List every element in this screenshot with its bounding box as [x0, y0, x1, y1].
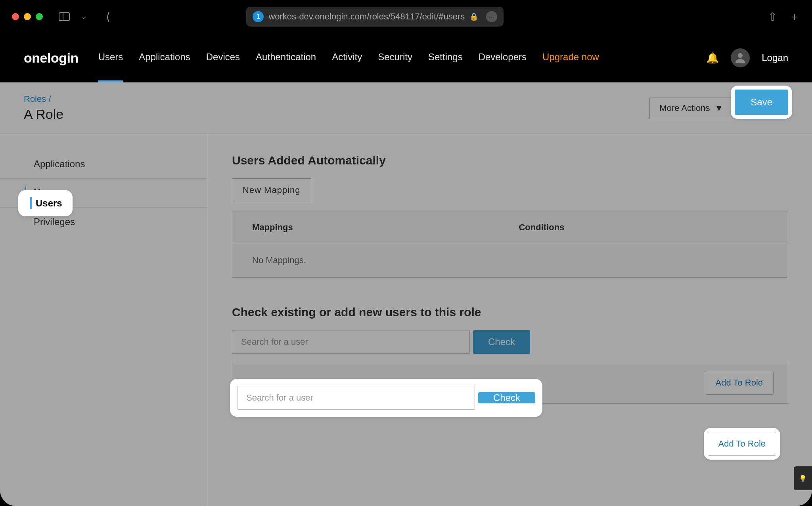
chevron-down-icon[interactable]: ⌄ [81, 13, 86, 21]
section-title-check: Check existing or add new users to this … [232, 306, 788, 319]
side-tab-applications[interactable]: Applications [0, 150, 208, 179]
minimize-window-icon[interactable] [24, 13, 31, 20]
chevron-down-icon: ▼ [715, 103, 724, 113]
breadcrumb[interactable]: Roles / [24, 94, 63, 104]
address-bar[interactable]: 1 workos-dev.onelogin.com/roles/548117/e… [246, 7, 504, 27]
more-actions-label: More Actions [659, 103, 710, 113]
page-title: A Role [24, 107, 63, 122]
help-bulb-icon[interactable]: 💡 [794, 466, 812, 490]
user-search-input[interactable] [232, 330, 470, 354]
avatar[interactable] [731, 48, 750, 67]
nav-security[interactable]: Security [378, 52, 412, 64]
highlight-add-to-role: Add To Role [704, 428, 780, 460]
logo[interactable]: onelogin [24, 50, 79, 66]
more-actions-dropdown[interactable]: More Actions ▼ [649, 97, 733, 119]
check-button-highlight[interactable]: Check [478, 392, 535, 403]
user-search-input-highlight[interactable] [237, 386, 475, 410]
share-icon[interactable]: ⇧ [768, 10, 777, 23]
nav-settings[interactable]: Settings [428, 52, 463, 64]
col-conditions-header: Conditions [499, 212, 788, 243]
mappings-empty-state: No Mappings. [232, 243, 788, 277]
site-settings-icon[interactable]: ⋯ [486, 11, 497, 22]
window-controls [12, 13, 43, 20]
add-to-role-button-highlight[interactable]: Add To Role [708, 432, 776, 456]
new-tab-icon[interactable]: ＋ [789, 9, 800, 24]
highlight-search: Check [230, 379, 542, 417]
nav-activity[interactable]: Activity [332, 52, 362, 64]
maximize-window-icon[interactable] [36, 13, 43, 20]
section-title-auto: Users Added Automatically [232, 154, 788, 167]
username-label[interactable]: Logan [762, 52, 788, 63]
add-to-role-button[interactable]: Add To Role [705, 371, 774, 395]
col-mappings-header: Mappings [232, 212, 499, 243]
sidebar-toggle-icon[interactable] [59, 12, 70, 21]
lock-icon: 🔒 [469, 12, 478, 21]
close-window-icon[interactable] [12, 13, 19, 20]
highlight-users-tab: Users [18, 190, 73, 216]
url-text: workos-dev.onelogin.com/roles/548117/edi… [268, 11, 465, 22]
side-tab-users-highlight[interactable]: Users [18, 190, 73, 216]
search-row: Check [232, 330, 788, 354]
svg-point-0 [738, 53, 743, 58]
nav-developers[interactable]: Developers [479, 52, 527, 64]
nav-applications[interactable]: Applications [139, 52, 190, 64]
check-button[interactable]: Check [473, 330, 530, 354]
mappings-table: Mappings Conditions No Mappings. [232, 212, 788, 278]
nav-devices[interactable]: Devices [206, 52, 240, 64]
page-body: Roles / A Role More Actions ▼ Save Appli… [0, 82, 812, 506]
notifications-icon[interactable]: 🔔 [706, 52, 719, 64]
highlight-save: Save [731, 86, 792, 119]
breadcrumb-sep: / [48, 94, 51, 104]
app-nav: onelogin Users Applications Devices Auth… [0, 33, 812, 82]
nav-upgrade[interactable]: Upgrade now [542, 52, 599, 64]
tab-count-badge: 1 [253, 11, 264, 22]
nav-users[interactable]: Users [98, 52, 123, 64]
back-icon[interactable]: ⟨ [106, 10, 110, 23]
save-button-highlight[interactable]: Save [735, 90, 788, 115]
browser-chrome: ⌄ ⟨ 1 workos-dev.onelogin.com/roles/5481… [0, 0, 812, 33]
nav-authentication[interactable]: Authentication [256, 52, 316, 64]
breadcrumb-roles[interactable]: Roles [24, 94, 46, 104]
page-header: Roles / A Role More Actions ▼ Save [0, 82, 812, 134]
side-tabs: Applications Users Privileges [0, 134, 208, 506]
new-mapping-button[interactable]: New Mapping [232, 178, 311, 202]
